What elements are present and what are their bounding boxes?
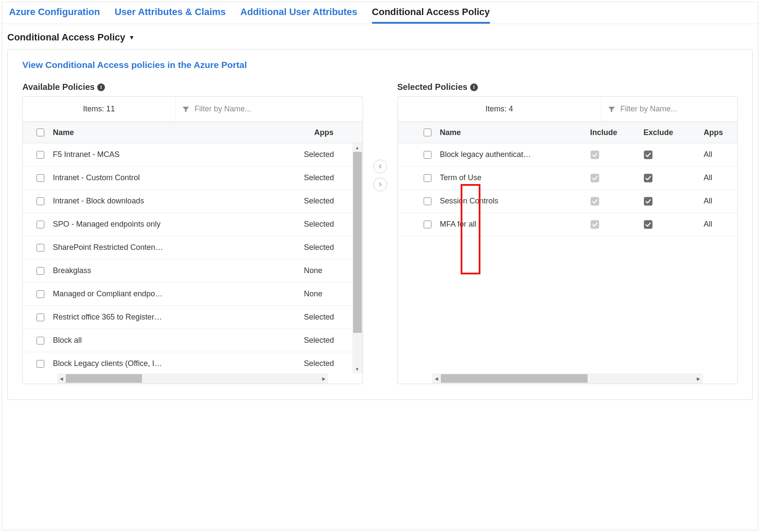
policy-name: Term of Use bbox=[437, 173, 591, 182]
available-policies-title: Available Policies i bbox=[22, 82, 363, 92]
row-checkbox[interactable] bbox=[424, 221, 431, 228]
available-row[interactable]: Intranet - Custom ControlSelected bbox=[23, 166, 352, 190]
col-header-name[interactable]: Name bbox=[49, 128, 311, 137]
tab-0[interactable]: Azure Configuration bbox=[9, 6, 100, 24]
policy-apps: Selected bbox=[301, 243, 352, 252]
selected-row[interactable]: Session ControlsAll bbox=[398, 190, 738, 213]
policy-apps: None bbox=[301, 289, 352, 298]
available-row[interactable]: Block Legacy clients (Office, I…Selected bbox=[23, 352, 352, 373]
row-checkbox[interactable] bbox=[424, 174, 431, 182]
policy-name: Managed or Compliant endpo… bbox=[49, 289, 301, 298]
available-row[interactable]: Restrict office 365 to Register…Selected bbox=[23, 306, 352, 329]
row-checkbox[interactable] bbox=[37, 221, 44, 228]
policy-name: Restrict office 365 to Register… bbox=[49, 313, 301, 322]
move-right-button[interactable] bbox=[373, 178, 387, 191]
svg-rect-6 bbox=[591, 220, 599, 229]
policy-apps: All bbox=[704, 173, 737, 182]
col-header-include[interactable]: Include bbox=[590, 128, 643, 137]
move-left-button[interactable] bbox=[373, 160, 387, 173]
tab-3[interactable]: Conditional Access Policy bbox=[372, 6, 490, 24]
policy-name: Breakglass bbox=[49, 266, 301, 275]
row-checkbox[interactable] bbox=[424, 151, 431, 159]
tab-1[interactable]: User Attributes & Claims bbox=[114, 6, 225, 24]
available-items-count: Items: 11 bbox=[23, 97, 175, 121]
available-row[interactable]: Block allSelected bbox=[23, 329, 352, 352]
policy-apps: All bbox=[704, 220, 737, 229]
policy-apps: Selected bbox=[301, 313, 352, 322]
policy-apps: Selected bbox=[301, 150, 352, 159]
include-checkbox[interactable] bbox=[590, 150, 643, 160]
selected-policies-title: Selected Policies i bbox=[397, 82, 738, 92]
row-checkbox[interactable] bbox=[37, 360, 44, 368]
section-title: Conditional Access Policy bbox=[7, 32, 125, 43]
svg-rect-1 bbox=[644, 151, 652, 159]
svg-rect-3 bbox=[644, 174, 652, 182]
selected-row[interactable]: Block legacy authenticat…All bbox=[398, 143, 738, 166]
policy-name: Block all bbox=[49, 336, 301, 345]
row-checkbox[interactable] bbox=[37, 197, 44, 205]
policy-name: Block Legacy clients (Office, I… bbox=[49, 359, 301, 368]
tab-2[interactable]: Additional User Attributes bbox=[240, 6, 357, 24]
col-header-exclude[interactable]: Exclude bbox=[643, 128, 704, 137]
selected-select-all[interactable] bbox=[424, 129, 431, 136]
policy-name: F5 Intranet - MCAS bbox=[49, 150, 301, 159]
svg-rect-2 bbox=[591, 174, 599, 182]
svg-rect-4 bbox=[591, 197, 599, 206]
available-filter-input[interactable] bbox=[194, 105, 356, 114]
row-checkbox[interactable] bbox=[424, 197, 431, 205]
section-header[interactable]: Conditional Access Policy ▼ bbox=[2, 24, 758, 49]
row-checkbox[interactable] bbox=[37, 267, 44, 275]
include-checkbox[interactable] bbox=[590, 220, 643, 229]
policy-apps: Selected bbox=[301, 336, 352, 345]
policy-apps: All bbox=[704, 197, 737, 206]
available-row[interactable]: Managed or Compliant endpo…None bbox=[23, 283, 352, 306]
policy-name: Block legacy authenticat… bbox=[437, 150, 591, 159]
include-checkbox[interactable] bbox=[590, 197, 643, 206]
col-header-apps[interactable]: Apps bbox=[704, 128, 737, 137]
exclude-checkbox[interactable] bbox=[643, 220, 704, 229]
row-checkbox[interactable] bbox=[37, 337, 44, 344]
available-row[interactable]: F5 Intranet - MCASSelected bbox=[23, 143, 352, 166]
selected-filter-input[interactable] bbox=[620, 105, 731, 114]
row-checkbox[interactable] bbox=[37, 244, 44, 252]
policy-apps: Selected bbox=[301, 359, 352, 368]
row-checkbox[interactable] bbox=[37, 290, 44, 298]
policy-name: Session Controls bbox=[437, 197, 591, 206]
selected-row[interactable]: Term of UseAll bbox=[398, 166, 738, 190]
horizontal-scrollbar[interactable]: ◀ ▶ bbox=[432, 373, 703, 384]
policy-name: SharePoint Restricted Conten… bbox=[49, 243, 301, 252]
svg-rect-5 bbox=[644, 197, 652, 206]
available-row[interactable]: SharePoint Restricted Conten…Selected bbox=[23, 236, 352, 259]
exclude-checkbox[interactable] bbox=[643, 150, 704, 160]
policy-apps: Selected bbox=[301, 220, 352, 229]
policy-name: SPO - Managed endpoints only bbox=[49, 220, 301, 229]
filter-icon bbox=[607, 105, 616, 114]
row-checkbox[interactable] bbox=[37, 151, 44, 159]
available-select-all[interactable] bbox=[37, 129, 44, 136]
svg-rect-7 bbox=[644, 220, 652, 229]
row-checkbox[interactable] bbox=[37, 314, 44, 321]
policy-name: MFA for all bbox=[437, 220, 591, 229]
policy-apps: None bbox=[301, 266, 352, 275]
policy-apps: Selected bbox=[301, 197, 352, 206]
selected-items-count: Items: 4 bbox=[398, 97, 602, 121]
info-icon[interactable]: i bbox=[470, 83, 478, 91]
available-row[interactable]: BreakglassNone bbox=[23, 259, 352, 283]
col-header-apps[interactable]: Apps bbox=[311, 128, 363, 137]
exclude-checkbox[interactable] bbox=[643, 197, 704, 206]
available-row[interactable]: SPO - Managed endpoints onlySelected bbox=[23, 213, 352, 236]
azure-portal-link[interactable]: View Conditional Access policies in the … bbox=[22, 60, 247, 70]
vertical-scrollbar[interactable]: ▲ ▼ bbox=[352, 143, 363, 373]
policy-name: Intranet - Block downloads bbox=[49, 197, 301, 206]
exclude-checkbox[interactable] bbox=[643, 173, 704, 183]
available-row[interactable]: Intranet - Block downloadsSelected bbox=[23, 190, 352, 213]
policy-name: Intranet - Custom Control bbox=[49, 173, 301, 182]
horizontal-scrollbar[interactable]: ◀ ▶ bbox=[57, 373, 328, 384]
selected-row[interactable]: MFA for allAll bbox=[398, 213, 738, 236]
row-checkbox[interactable] bbox=[37, 174, 44, 182]
col-header-name[interactable]: Name bbox=[437, 128, 591, 137]
info-icon[interactable]: i bbox=[97, 83, 105, 91]
tab-bar: Azure ConfigurationUser Attributes & Cla… bbox=[2, 2, 758, 24]
include-checkbox[interactable] bbox=[590, 173, 643, 183]
filter-icon bbox=[182, 105, 190, 114]
